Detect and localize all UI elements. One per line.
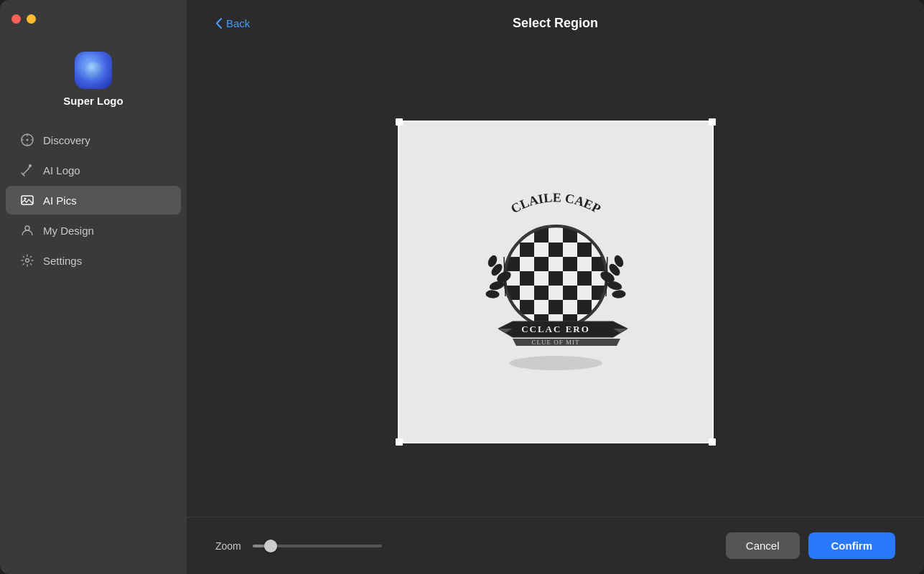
- cancel-button[interactable]: Cancel: [726, 532, 800, 559]
- svg-point-11: [24, 198, 27, 200]
- sidebar-item-label-ai-logo: AI Logo: [43, 164, 80, 177]
- zoom-slider[interactable]: [253, 545, 382, 547]
- selection-box[interactable]: [398, 121, 714, 443]
- app-title: Super Logo: [63, 95, 123, 107]
- sidebar-item-label-my-design: My Design: [43, 225, 94, 237]
- zoom-slider-thumb[interactable]: [264, 540, 277, 552]
- app-brand: Super Logo: [0, 37, 187, 124]
- gear-icon: [20, 253, 34, 268]
- zoom-section: Zoom: [215, 540, 382, 552]
- wand-icon: [20, 163, 34, 177]
- sidebar-nav: Discovery AI Logo: [0, 124, 187, 276]
- close-button[interactable]: [11, 14, 21, 24]
- sidebar-item-ai-pics[interactable]: AI Pics: [6, 186, 181, 215]
- sidebar-item-label-discovery: Discovery: [43, 134, 90, 146]
- svg-point-12: [25, 226, 29, 230]
- footer: Zoom Cancel Confirm: [187, 517, 924, 574]
- back-label: Back: [226, 17, 250, 29]
- region-selector[interactable]: CLAILE CAEP: [398, 121, 714, 443]
- content-area: CLAILE CAEP: [187, 47, 924, 517]
- titlebar: [0, 0, 187, 37]
- corner-handle-bl[interactable]: [396, 438, 403, 446]
- minimize-button[interactable]: [27, 14, 36, 24]
- footer-buttons: Cancel Confirm: [726, 532, 895, 559]
- sidebar-item-label-ai-pics: AI Pics: [43, 194, 77, 207]
- confirm-button[interactable]: Confirm: [808, 532, 896, 559]
- svg-line-6: [23, 169, 28, 174]
- svg-point-13: [26, 259, 29, 263]
- corner-handle-tr[interactable]: [709, 118, 716, 126]
- person-icon: [20, 223, 34, 237]
- sidebar-item-my-design[interactable]: My Design: [6, 216, 181, 245]
- sidebar-item-settings[interactable]: Settings: [6, 246, 181, 275]
- sidebar: Super Logo Discovery: [0, 0, 187, 574]
- sidebar-item-ai-logo[interactable]: AI Logo: [6, 156, 181, 184]
- corner-handle-br[interactable]: [709, 438, 716, 446]
- svg-rect-10: [22, 196, 33, 204]
- svg-point-8: [29, 164, 32, 167]
- zoom-label: Zoom: [215, 540, 241, 552]
- image-icon: [20, 193, 34, 207]
- corner-handle-tl[interactable]: [396, 118, 403, 126]
- sidebar-item-label-settings: Settings: [43, 255, 82, 267]
- sidebar-item-discovery[interactable]: Discovery: [6, 126, 181, 154]
- compass-icon: [20, 133, 34, 147]
- page-title: Select Region: [513, 16, 598, 31]
- header: Back Select Region: [187, 0, 924, 47]
- back-button[interactable]: Back: [215, 17, 250, 29]
- svg-point-5: [27, 139, 29, 141]
- app-logo-icon: [75, 52, 112, 89]
- main-content: Back Select Region CLAILE CAEP: [187, 0, 924, 574]
